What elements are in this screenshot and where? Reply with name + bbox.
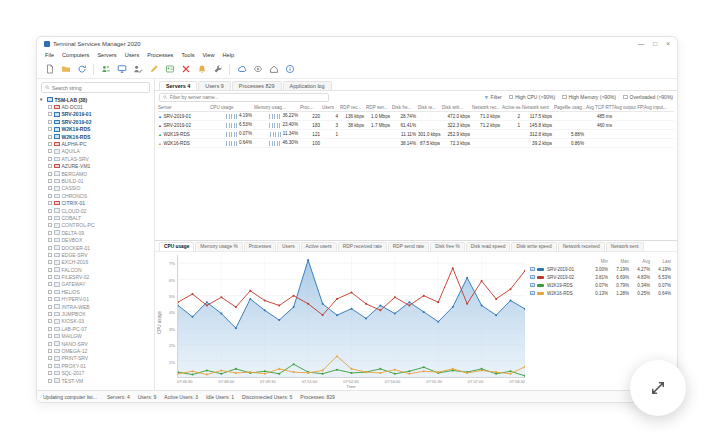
chart-tab-active-users[interactable]: Active users xyxy=(301,242,337,251)
high-memory-checkbox[interactable] xyxy=(562,95,567,100)
users-icon[interactable] xyxy=(99,63,112,76)
tree-item-checkbox[interactable] xyxy=(48,305,52,309)
tree-item-checkbox[interactable] xyxy=(48,201,52,205)
tree-item-alpha-pc[interactable]: ALPHA-PC xyxy=(40,140,151,147)
tree-item-helios[interactable]: HELIOS xyxy=(40,288,151,295)
menu-servers[interactable]: Servers xyxy=(97,52,116,58)
tree-item-test-vm[interactable]: TEST-VM xyxy=(40,377,151,384)
menu-file[interactable]: File xyxy=(45,52,54,58)
tree-item-checkbox[interactable] xyxy=(48,194,52,198)
tree-item-checkbox[interactable] xyxy=(48,127,52,131)
cloud-icon[interactable] xyxy=(235,63,248,76)
tree-item-checkbox[interactable] xyxy=(48,334,52,338)
tree-item-hyperv-01[interactable]: HYPERV-01 xyxy=(40,296,151,303)
tree-item-checkbox[interactable] xyxy=(48,349,52,353)
tree-item-checkbox[interactable] xyxy=(48,260,52,264)
tree-item-checkbox[interactable] xyxy=(48,231,52,235)
tree-item-checkbox[interactable] xyxy=(48,297,52,301)
tree-item-w2k16-rds[interactable]: W2K16-RDS xyxy=(40,133,151,140)
close-button[interactable]: × xyxy=(666,40,670,47)
column-header[interactable]: Avg TCP RTT xyxy=(586,105,614,110)
tree-item-checkbox[interactable] xyxy=(48,371,52,375)
tree-item-jumpbox[interactable]: JUMPBOX xyxy=(40,310,151,317)
tree-item-lab-pc-07[interactable]: LAB-PC-07 xyxy=(40,325,151,332)
column-header[interactable]: Avg output FPS xyxy=(614,105,644,110)
tree-item-exch-2016[interactable]: EXCH-2016 xyxy=(40,259,151,266)
column-header[interactable]: Active se... xyxy=(502,105,522,110)
minimize-button[interactable]: — xyxy=(638,40,645,47)
column-header[interactable]: Pagefile usag... xyxy=(554,105,586,110)
tree-item-control-pc[interactable]: CONTROL-PC xyxy=(40,222,151,229)
tree-item-azure-vm1[interactable]: AZURE-VM1 xyxy=(40,163,151,170)
tree-item-checkbox[interactable] xyxy=(48,282,52,286)
refresh-icon[interactable] xyxy=(75,63,88,76)
column-header[interactable]: Proc... xyxy=(300,105,322,110)
tree-item-mailgw[interactable]: MAILGW xyxy=(40,333,151,340)
tree-item-chronos[interactable]: CHRONOS xyxy=(40,192,151,199)
tree-item-filesrv-02[interactable]: FILESRV-02 xyxy=(40,273,151,280)
tree-item-checkbox[interactable] xyxy=(48,149,52,153)
tree-item-cobalt[interactable]: COBALT xyxy=(40,214,151,221)
tree-item-checkbox[interactable] xyxy=(48,179,52,183)
menu-users[interactable]: Users xyxy=(125,52,140,58)
menu-view[interactable]: View xyxy=(202,52,214,58)
chart-tab-disk-read-speed[interactable]: Disk read speed xyxy=(466,242,511,251)
tree-item-checkbox[interactable] xyxy=(48,120,52,124)
server-filter[interactable] xyxy=(159,93,329,102)
wrench-icon[interactable] xyxy=(211,63,224,76)
tree-item-checkbox[interactable] xyxy=(48,290,52,294)
tree-item-checkbox[interactable] xyxy=(48,364,52,368)
column-header[interactable]: Memory usag... xyxy=(254,105,300,110)
tree-item-checkbox[interactable] xyxy=(48,105,52,109)
tree-item-omega-12[interactable]: OMEGA-12 xyxy=(40,347,151,354)
tree-item-delta-09[interactable]: DELTA-09 xyxy=(40,229,151,236)
tree-item-build-01[interactable]: BUILD-01 xyxy=(40,177,151,184)
chart-tab-memory-usage-[interactable]: Memory usage % xyxy=(195,242,242,251)
tree-item-citrix-01[interactable]: CITRIX-01 xyxy=(40,199,151,206)
high-cpu-filter[interactable]: High CPU (>90%) xyxy=(509,94,555,100)
tab-users-9[interactable]: Users 9 xyxy=(198,81,231,91)
menu-processes[interactable]: Processes xyxy=(147,52,173,58)
open-folder-icon[interactable] xyxy=(59,63,72,76)
server-row-srv-2019-02[interactable]: ▲SRV-2019-026.53%23.40%183338 kbps1.7 Mb… xyxy=(158,121,674,130)
tree-item-checkbox[interactable] xyxy=(48,379,52,383)
tree-item-checkbox[interactable] xyxy=(48,142,52,146)
tab-servers-4[interactable]: Servers 4 xyxy=(159,81,197,91)
tree-item-checkbox[interactable] xyxy=(48,253,52,257)
high-cpu-checkbox[interactable] xyxy=(509,95,514,100)
tree-item-checkbox[interactable] xyxy=(48,342,52,346)
pencil-icon[interactable] xyxy=(147,63,160,76)
tree-item-checkbox[interactable] xyxy=(48,268,52,272)
maximize-button[interactable]: □ xyxy=(653,40,657,47)
shadow-eye-icon[interactable] xyxy=(251,63,264,76)
tree-item-checkbox[interactable] xyxy=(48,238,52,242)
column-header[interactable]: Server xyxy=(158,105,210,110)
column-header[interactable]: Avg input... xyxy=(644,105,670,110)
tree-item-checkbox[interactable] xyxy=(48,216,52,220)
column-header[interactable]: Disk writ... xyxy=(442,105,472,110)
chart-tab-rdp-send-rate[interactable]: RDP send rate xyxy=(388,242,429,251)
tree-item-checkbox[interactable] xyxy=(48,312,52,316)
column-header[interactable]: Disk fre... xyxy=(392,105,418,110)
chart-tab-processes[interactable]: Processes xyxy=(244,242,276,251)
tree-item-kiosk-03[interactable]: KIOSK-03 xyxy=(40,318,151,325)
expand-button[interactable] xyxy=(630,360,686,416)
info-icon[interactable] xyxy=(283,63,296,76)
filter-toggle[interactable]: Filter xyxy=(484,94,502,100)
tree-item-aquila[interactable]: AQUILA xyxy=(40,148,151,155)
tree-item-cassio[interactable]: CASSIO xyxy=(40,185,151,192)
chart-tab-users[interactable]: Users xyxy=(277,242,300,251)
menu-computers[interactable]: Computers xyxy=(62,52,89,58)
tab-processes-829[interactable]: Processes 829 xyxy=(232,81,282,91)
high-memory-filter[interactable]: High Memory (>90%) xyxy=(562,94,616,100)
id-badge-icon[interactable] xyxy=(163,63,176,76)
search-input[interactable] xyxy=(52,85,146,91)
bell-icon[interactable] xyxy=(195,63,208,76)
tab-application-log[interactable]: Application log xyxy=(283,81,332,91)
delete-icon[interactable] xyxy=(179,63,192,76)
column-header[interactable]: Network sent xyxy=(522,105,554,110)
tree-item-devbox[interactable]: DEVBOX xyxy=(40,236,151,243)
legend-checkbox[interactable]: ✓ xyxy=(530,283,535,288)
sidebar-search[interactable] xyxy=(41,82,150,93)
tree-item-checkbox[interactable] xyxy=(48,223,52,227)
